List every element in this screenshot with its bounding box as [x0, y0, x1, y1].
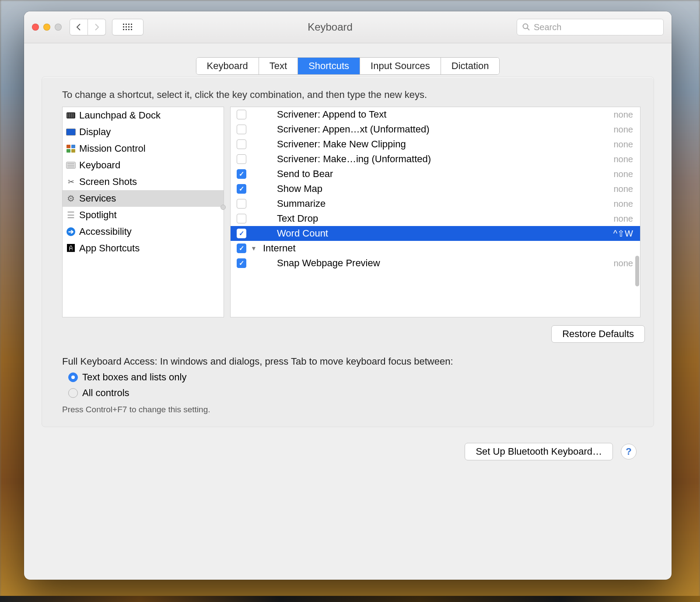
minimize-button[interactable]: [43, 24, 50, 31]
checkbox[interactable]: ✓: [237, 169, 246, 179]
keyboard-icon: [66, 160, 76, 170]
shortcut-key[interactable]: none: [614, 214, 634, 224]
back-button[interactable]: [70, 19, 88, 35]
svg-line-13: [527, 28, 529, 30]
shortcut-key[interactable]: none: [614, 110, 634, 120]
setup-bluetooth-button[interactable]: Set Up Bluetooth Keyboard…: [465, 443, 613, 460]
tab-text[interactable]: Text: [259, 58, 298, 74]
tab-input-sources[interactable]: Input Sources: [360, 58, 441, 74]
svg-rect-9: [126, 29, 127, 30]
radio-button[interactable]: [68, 372, 78, 382]
forward-button[interactable]: [88, 19, 106, 35]
sidebar-item-services[interactable]: ⚙︎Services: [63, 190, 224, 207]
sidebar-item-label: App Shortcuts: [79, 243, 140, 254]
restore-defaults-button[interactable]: Restore Defaults: [551, 325, 645, 343]
zoom-button: [55, 24, 62, 31]
radio-button[interactable]: [68, 388, 78, 398]
accessibility-icon: ➔: [66, 227, 76, 237]
shortcut-label: Show Map: [277, 183, 609, 195]
shortcut-key[interactable]: none: [614, 125, 634, 135]
scrollbar-thumb[interactable]: [635, 256, 639, 286]
sidebar-item-label: Spotlight: [79, 209, 117, 221]
tab-dictation[interactable]: Dictation: [441, 58, 500, 74]
svg-rect-1: [126, 24, 127, 25]
instruction-label: To change a shortcut, select it, click t…: [62, 79, 654, 101]
shortcut-key[interactable]: none: [614, 258, 634, 268]
shortcut-label: Text Drop: [277, 213, 609, 224]
sidebar-item-label: Services: [79, 193, 116, 204]
tab-shortcuts[interactable]: Shortcuts: [298, 58, 360, 74]
sidebar-item-label: Display: [79, 126, 111, 138]
shortcut-key[interactable]: none: [614, 139, 634, 150]
svg-rect-3: [131, 24, 132, 25]
shortcut-key[interactable]: none: [614, 154, 634, 164]
search-input[interactable]: Search: [517, 19, 664, 35]
disclosure-triangle-icon[interactable]: ▼: [251, 245, 257, 252]
category-list[interactable]: Launchpad & Dock Display Mission Control…: [62, 107, 224, 317]
f7-hint-label: Press Control+F7 to change this setting.: [62, 405, 654, 414]
shortcut-row[interactable]: ✓Show Mapnone: [231, 181, 640, 196]
shortcut-label: Scrivener: Appen…xt (Unformatted): [277, 124, 609, 135]
show-all-button[interactable]: [112, 19, 144, 35]
shortcut-row[interactable]: Scrivener: Make New Clippingnone: [231, 137, 640, 152]
document-icon: ☰: [66, 210, 76, 220]
tab-keyboard[interactable]: Keyboard: [196, 58, 259, 74]
column-resize-handle[interactable]: [220, 205, 226, 210]
sidebar-item-label: Keyboard: [79, 160, 120, 171]
shortcut-key[interactable]: ^⇧W: [613, 228, 633, 239]
checkbox[interactable]: ✓: [237, 184, 246, 194]
checkbox[interactable]: [237, 139, 246, 149]
shortcut-row[interactable]: Scrivener: Make…ing (Unformatted)none: [231, 152, 640, 167]
shortcut-row[interactable]: Scrivener: Appen…xt (Unformatted)none: [231, 122, 640, 137]
sidebar-item-mission-control[interactable]: Mission Control: [63, 140, 224, 157]
close-button[interactable]: [32, 24, 39, 31]
svg-rect-8: [123, 29, 124, 30]
shortcut-key[interactable]: none: [614, 169, 634, 179]
checkbox[interactable]: [237, 214, 246, 223]
help-button[interactable]: ?: [621, 444, 637, 459]
svg-rect-7: [131, 26, 132, 28]
shortcut-row[interactable]: ✓Send to Bearnone: [231, 167, 640, 181]
checkbox[interactable]: [237, 154, 246, 164]
window-controls: [32, 24, 62, 31]
shortcut-row[interactable]: Summarizenone: [231, 196, 640, 211]
sidebar-item-spotlight[interactable]: ☰Spotlight: [63, 207, 224, 223]
camera-icon: ✂︎: [66, 177, 76, 187]
checkbox[interactable]: [237, 110, 246, 119]
checkbox[interactable]: ✓: [237, 258, 246, 268]
fka-option-text-boxes[interactable]: Text boxes and lists only: [68, 372, 654, 383]
sidebar-item-app-shortcuts[interactable]: 🅰︎App Shortcuts: [63, 240, 224, 257]
shortcut-key[interactable]: none: [614, 199, 634, 209]
sidebar-item-screen-shots[interactable]: ✂︎Screen Shots: [63, 174, 224, 190]
svg-rect-10: [128, 29, 130, 30]
shortcut-row[interactable]: ✓Snap Webpage Previewnone: [231, 256, 640, 271]
checkbox[interactable]: ✓: [237, 244, 246, 253]
svg-rect-2: [128, 24, 130, 25]
sidebar-item-accessibility[interactable]: ➔Accessibility: [63, 223, 224, 240]
fka-option-all-controls[interactable]: All controls: [68, 387, 654, 399]
checkbox[interactable]: [237, 125, 246, 134]
svg-rect-0: [123, 24, 124, 25]
sidebar-item-display[interactable]: Display: [63, 124, 224, 140]
shortcut-group-row[interactable]: ✓▼Internet: [231, 241, 640, 256]
sidebar-item-label: Accessibility: [79, 226, 132, 237]
search-icon: [522, 23, 530, 31]
shortcut-group-label: Internet: [263, 243, 633, 254]
svg-rect-4: [123, 26, 124, 28]
shortcut-row[interactable]: Scrivener: Append to Textnone: [231, 107, 640, 122]
preferences-window: Keyboard Search Keyboard Text Shortcuts …: [24, 11, 672, 580]
shortcut-label: Snap Webpage Preview: [277, 258, 609, 269]
shortcut-row[interactable]: ✓Word Count^⇧W: [231, 226, 640, 241]
sidebar-item-launchpad[interactable]: Launchpad & Dock: [63, 107, 224, 124]
shortcut-label: Send to Bear: [277, 168, 609, 180]
shortcut-label: Scrivener: Make New Clipping: [277, 139, 609, 150]
checkbox[interactable]: ✓: [237, 229, 246, 238]
sidebar-item-keyboard[interactable]: Keyboard: [63, 157, 224, 174]
sidebar-item-label: Launchpad & Dock: [79, 110, 161, 121]
radio-label: All controls: [82, 387, 130, 399]
shortcut-list[interactable]: Scrivener: Append to Textnone Scrivener:…: [230, 107, 640, 317]
shortcut-row[interactable]: Text Dropnone: [231, 211, 640, 226]
shortcut-key[interactable]: none: [614, 184, 634, 194]
checkbox[interactable]: [237, 199, 246, 209]
chevron-left-icon: [76, 24, 81, 31]
